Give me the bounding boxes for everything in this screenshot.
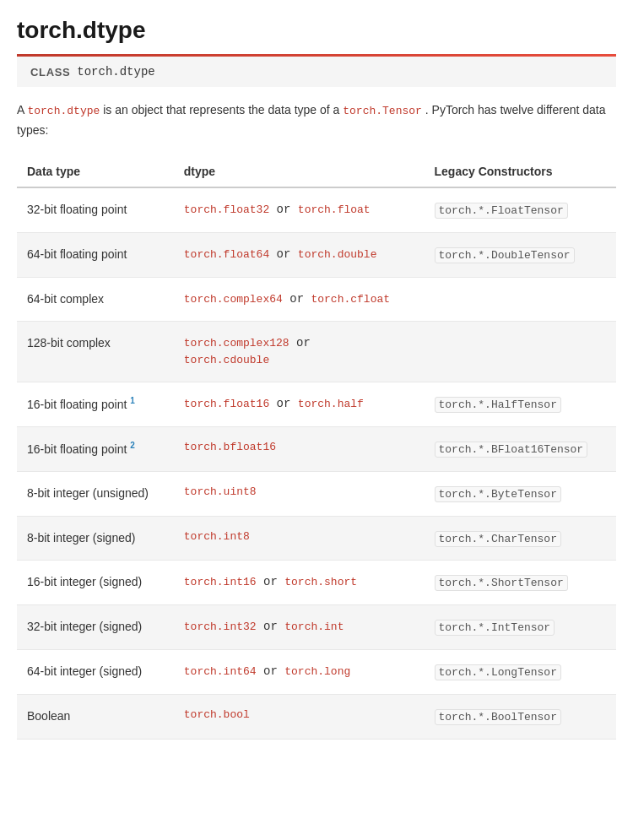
- cell-legacy: torch.*.ShortTensor: [425, 561, 616, 605]
- footnote-marker: 2: [130, 441, 135, 450]
- dtype-link[interactable]: torch.int16: [184, 576, 257, 588]
- dtype-link[interactable]: torch.float16: [184, 398, 269, 410]
- legacy-constructor: torch.*.DoubleTensor: [435, 247, 575, 263]
- cell-datatype: 16-bit floating point 1: [17, 382, 174, 427]
- dtype-table: Data type dtype Legacy Constructors 32-b…: [17, 156, 616, 739]
- cell-dtype: torch.float64 or torch.double: [174, 232, 425, 277]
- table-row: 64-bit integer (signed)torch.int64 or to…: [17, 649, 616, 694]
- dtype-link[interactable]: torch.short: [284, 576, 357, 588]
- or-text: or: [257, 620, 285, 633]
- legacy-constructor: torch.*.ByteTensor: [435, 486, 561, 502]
- class-label: CLASS: [30, 66, 70, 79]
- cell-legacy: torch.*.HalfTensor: [425, 382, 616, 427]
- dtype-link[interactable]: torch.float32: [184, 203, 269, 216]
- cell-dtype: torch.int32 or torch.int: [174, 605, 425, 650]
- cell-legacy: torch.*.BFloat16Tensor: [425, 426, 616, 471]
- cell-legacy: torch.*.ByteTensor: [425, 471, 616, 516]
- legacy-constructor: torch.*.BFloat16Tensor: [435, 442, 588, 458]
- dtype-link[interactable]: torch.complex128: [184, 337, 289, 350]
- cell-dtype: torch.complex128 ortorch.cdouble: [174, 321, 425, 382]
- col-header-dtype: dtype: [174, 156, 425, 187]
- cell-dtype: torch.int64 or torch.long: [174, 649, 425, 694]
- dtype-link[interactable]: torch.float: [298, 203, 371, 216]
- torch-dtype-link[interactable]: torch.dtype: [27, 105, 100, 117]
- table-row: 16-bit integer (signed)torch.int16 or to…: [17, 561, 616, 605]
- or-text: or: [269, 203, 298, 216]
- legacy-constructor: torch.*.HalfTensor: [435, 397, 561, 413]
- cell-legacy: torch.*.BoolTensor: [425, 694, 616, 739]
- cell-dtype: torch.bfloat16: [174, 426, 425, 471]
- cell-legacy: torch.*.FloatTensor: [425, 187, 616, 232]
- legacy-constructor: torch.*.LongTensor: [435, 664, 561, 680]
- dtype-link[interactable]: torch.half: [298, 398, 364, 410]
- cell-legacy: torch.*.LongTensor: [425, 649, 616, 694]
- cell-datatype: Boolean: [17, 694, 174, 739]
- cell-dtype: torch.float32 or torch.float: [174, 187, 425, 232]
- cell-datatype: 64-bit complex: [17, 277, 174, 321]
- cell-dtype: torch.float16 or torch.half: [174, 382, 425, 427]
- legacy-constructor: torch.*.BoolTensor: [435, 709, 561, 725]
- footnote-marker: 1: [130, 396, 135, 405]
- class-banner: CLASS torch.dtype: [17, 57, 616, 87]
- torch-tensor-link[interactable]: torch.Tensor: [343, 105, 422, 117]
- cell-dtype: torch.uint8: [174, 471, 425, 516]
- or-text: or: [269, 397, 298, 410]
- dtype-link[interactable]: torch.int: [284, 621, 344, 633]
- cell-dtype: torch.complex64 or torch.cfloat: [174, 277, 425, 321]
- legacy-constructor: torch.*.IntTensor: [435, 620, 555, 636]
- dtype-link[interactable]: torch.complex64: [184, 293, 283, 306]
- dtype-link[interactable]: torch.uint8: [184, 485, 257, 498]
- cell-datatype: 32-bit floating point: [17, 187, 174, 232]
- legacy-constructor: torch.*.ShortTensor: [435, 575, 568, 591]
- cell-legacy: torch.*.CharTensor: [425, 516, 616, 561]
- cell-datatype: 128-bit complex: [17, 321, 174, 382]
- class-name-display: torch.dtype: [77, 65, 154, 79]
- description: A torch.dtype is an object that represen…: [17, 100, 616, 139]
- page-title: torch.dtype: [17, 17, 616, 44]
- dtype-link[interactable]: torch.cfloat: [311, 293, 390, 306]
- table-row: 32-bit integer (signed)torch.int32 or to…: [17, 605, 616, 650]
- cell-legacy: torch.*.DoubleTensor: [425, 232, 616, 277]
- table-row: 8-bit integer (signed)torch.int8torch.*.…: [17, 516, 616, 561]
- cell-datatype: 16-bit floating point 2: [17, 426, 174, 471]
- cell-legacy: [425, 321, 616, 382]
- cell-datatype: 64-bit floating point: [17, 232, 174, 277]
- or-text: or: [257, 575, 285, 588]
- cell-dtype: torch.int8: [174, 516, 425, 561]
- cell-datatype: 8-bit integer (signed): [17, 516, 174, 561]
- cell-legacy: [425, 277, 616, 321]
- table-row: 128-bit complextorch.complex128 ortorch.…: [17, 321, 616, 382]
- dtype-link[interactable]: torch.bool: [184, 708, 250, 721]
- dtype-link[interactable]: torch.bfloat16: [184, 441, 276, 453]
- table-row: Booleantorch.booltorch.*.BoolTensor: [17, 694, 616, 739]
- dtype-link[interactable]: torch.long: [284, 665, 350, 678]
- or-text: or: [269, 247, 298, 261]
- dtype-link[interactable]: torch.float64: [184, 248, 269, 261]
- dtype-link[interactable]: torch.int32: [184, 621, 257, 633]
- col-header-datatype: Data type: [17, 156, 174, 187]
- cell-legacy: torch.*.IntTensor: [425, 605, 616, 650]
- legacy-constructor: torch.*.CharTensor: [435, 531, 561, 547]
- col-header-legacy: Legacy Constructors: [425, 156, 616, 187]
- dtype-link[interactable]: torch.cdouble: [184, 354, 269, 366]
- cell-datatype: 8-bit integer (unsigned): [17, 471, 174, 516]
- or-text: or: [257, 664, 285, 678]
- table-row: 16-bit floating point 2torch.bfloat16tor…: [17, 426, 616, 471]
- legacy-constructor: torch.*.FloatTensor: [435, 203, 568, 219]
- cell-dtype: torch.bool: [174, 694, 425, 739]
- dtype-link[interactable]: torch.double: [298, 248, 377, 261]
- table-row: 64-bit complextorch.complex64 or torch.c…: [17, 277, 616, 321]
- cell-datatype: 64-bit integer (signed): [17, 649, 174, 694]
- table-row: 64-bit floating pointtorch.float64 or to…: [17, 232, 616, 277]
- dtype-link[interactable]: torch.int64: [184, 665, 257, 678]
- table-row: 16-bit floating point 1torch.float16 or …: [17, 382, 616, 427]
- or-text: or: [283, 292, 311, 306]
- cell-datatype: 16-bit integer (signed): [17, 561, 174, 605]
- table-header-row: Data type dtype Legacy Constructors: [17, 156, 616, 187]
- or-text: or: [289, 336, 311, 350]
- description-text: is an object that represents the data ty…: [103, 103, 343, 117]
- table-row: 8-bit integer (unsigned)torch.uint8torch…: [17, 471, 616, 516]
- table-row: 32-bit floating pointtorch.float32 or to…: [17, 187, 616, 232]
- dtype-link[interactable]: torch.int8: [184, 530, 250, 543]
- cell-datatype: 32-bit integer (signed): [17, 605, 174, 650]
